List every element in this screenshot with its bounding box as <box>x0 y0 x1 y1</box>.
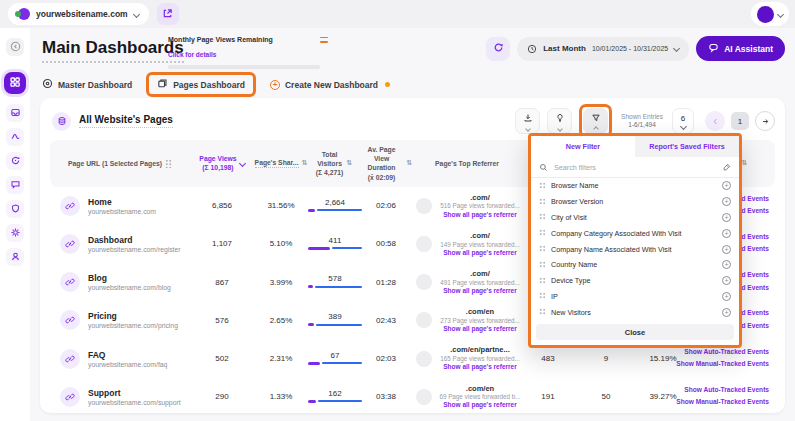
column-page-url[interactable]: Page URL (1 Selected Pages) <box>50 159 190 168</box>
export-button[interactable] <box>515 108 540 134</box>
add-filter-icon[interactable]: + <box>722 245 731 254</box>
column-total-visitors[interactable]: Total Visitors (Σ 4,271) ⇅ <box>308 150 360 178</box>
avatar <box>757 6 774 23</box>
total-visitors-value: 578 <box>308 274 362 288</box>
add-filter-icon[interactable]: + <box>722 292 731 301</box>
page-url: yourwebsitename.com/faq <box>88 361 167 368</box>
filter-tab-saved[interactable]: Report's Saved Filters <box>635 136 739 157</box>
add-filter-icon[interactable]: + <box>722 197 731 206</box>
referrer-show-all-link[interactable]: Show all page's referrer <box>438 211 522 219</box>
filter-item[interactable]: City of Visit + <box>531 210 739 226</box>
master-dashboard-icon <box>42 78 53 91</box>
column-top-referrer[interactable]: Page's Top Referrer <box>412 159 522 168</box>
drag-handle-icon[interactable] <box>539 308 545 316</box>
page-title: Main Dashboards <box>42 38 184 63</box>
ai-assistant-button[interactable]: AI Assistant <box>696 36 785 61</box>
page-name: Blog <box>88 273 171 283</box>
filter-item[interactable]: IP + <box>531 289 739 305</box>
show-manual-tracked-events-link[interactable]: Show Manual-Tracked Events <box>676 359 769 372</box>
referrer-show-all-link[interactable]: Show all page's referrer <box>438 401 522 409</box>
page-size-value: 6 <box>681 114 685 123</box>
person-icon <box>10 248 21 266</box>
sidebar-item-settings[interactable] <box>6 224 24 242</box>
column-page-share[interactable]: Page's Shar... ⇅ <box>254 158 308 168</box>
drag-handle-icon[interactable] <box>539 213 545 221</box>
filter-button[interactable] <box>583 108 608 134</box>
column-page-url-label: Page URL (1 Selected Pages) <box>68 159 162 168</box>
user-menu[interactable] <box>751 2 789 26</box>
filter-item-label: New Visitors <box>551 308 716 317</box>
table-row[interactable]: Support yourwebsitename.com/support 290 … <box>50 378 775 416</box>
drag-handle-icon[interactable] <box>539 292 545 300</box>
drag-handle-icon[interactable] <box>539 277 545 285</box>
filter-item[interactable]: Country Name + <box>531 257 739 273</box>
filter-item-label: City of Visit <box>551 213 716 222</box>
filter-close-button[interactable]: Close <box>536 324 734 340</box>
add-filter-icon[interactable]: + <box>722 276 731 285</box>
page-name: Support <box>88 388 181 398</box>
open-website-button[interactable] <box>157 3 179 25</box>
next-page-button[interactable] <box>755 111 775 131</box>
referrer-show-all-link[interactable]: Show all page's referrer <box>438 363 522 371</box>
filter-item[interactable]: Device Type + <box>531 273 739 289</box>
tab-pages-dashboard[interactable]: Pages Dashboard <box>157 78 245 91</box>
add-filter-icon[interactable]: + <box>722 308 731 317</box>
add-filter-icon[interactable]: + <box>722 181 731 190</box>
filter-item[interactable]: New Visitors + <box>531 304 739 320</box>
sidebar-item-account[interactable] <box>6 248 24 266</box>
filter-item[interactable]: Company Category Associated With Visit + <box>531 225 739 241</box>
tab-master-dashboard[interactable]: Master Dashboard <box>42 78 132 91</box>
add-filter-icon[interactable]: + <box>722 260 731 269</box>
sidebar-item-dashboards[interactable] <box>4 72 26 94</box>
funnel-icon <box>591 111 601 126</box>
quota-menu-icon[interactable] <box>320 37 328 43</box>
previous-page-button[interactable] <box>705 111 725 131</box>
referrer-show-all-link[interactable]: Show all page's referrer <box>438 325 522 333</box>
referrer-note: 69 Page views forwarded b... <box>438 393 522 401</box>
referrer-show-all-link[interactable]: Show all page's referrer <box>438 287 522 295</box>
referrer-show-all-link[interactable]: Show all page's referrer <box>438 249 522 257</box>
column-page-views[interactable]: Page Views (Σ 10,198) <box>190 154 254 172</box>
date-range-selector[interactable]: Last Month 10/01/2025 - 10/31/2025 <box>517 37 689 61</box>
referrer-note: 149 Page views forwarded... <box>438 241 522 249</box>
tab-create-new-dashboard[interactable]: + Create New Dashboard <box>270 80 390 90</box>
clear-filters-icon[interactable] <box>722 158 731 176</box>
drag-handle-icon[interactable] <box>539 261 545 269</box>
refresh-button[interactable] <box>486 37 510 61</box>
tab-pages-label: Pages Dashboard <box>173 80 245 90</box>
page-size-selector[interactable]: 6 <box>672 108 694 134</box>
filter-item[interactable]: Browser Name + <box>531 178 739 194</box>
add-filter-icon[interactable]: + <box>722 213 731 222</box>
column-avg-duration[interactable]: Av. Page View Duration (x̄ 02:09) ⇅ <box>360 145 412 182</box>
insights-button[interactable] <box>547 108 572 134</box>
quota-details-link[interactable]: Click for details <box>168 51 216 58</box>
show-auto-tracked-events-link[interactable]: Show Auto-Tracked Events <box>676 384 769 397</box>
filter-item[interactable]: Browser Version + <box>531 194 739 210</box>
drag-handle-icon[interactable] <box>539 198 545 206</box>
sidebar-item-sessions[interactable] <box>6 152 24 170</box>
drag-handle-icon[interactable] <box>165 159 172 168</box>
avg-duration-value: 02:06 <box>360 201 412 210</box>
page-number-button[interactable]: 1 <box>731 112 749 130</box>
referrer-domain: .com/en/partne... <box>438 345 522 355</box>
drag-handle-icon[interactable] <box>539 245 545 253</box>
add-filter-icon[interactable]: + <box>722 229 731 238</box>
drag-handle-icon[interactable] <box>539 182 545 190</box>
sidebar-item-statistics[interactable] <box>6 128 24 146</box>
sidebar-item-inbox[interactable] <box>6 104 24 122</box>
filter-search-input[interactable] <box>554 163 716 172</box>
sidebar-item-communication[interactable] <box>6 176 24 194</box>
website-selector[interactable]: yourwebsitename.com <box>8 3 149 25</box>
referrer-favicon <box>416 312 432 328</box>
sidebar-item-privacy[interactable] <box>6 200 24 218</box>
filter-tab-new[interactable]: New Filter <box>531 136 635 157</box>
filter-item[interactable]: Company Name Associated With Visit + <box>531 241 739 257</box>
visitors-mini-bar <box>308 323 362 326</box>
show-manual-tracked-events-link[interactable]: Show Manual-Tracked Events <box>676 397 769 410</box>
sidebar-toggle-button[interactable] <box>6 38 24 56</box>
referrer-note: 273 Page views forwarded... <box>438 317 522 325</box>
chat-bubble-icon <box>10 176 21 194</box>
drag-handle-icon[interactable] <box>539 229 545 237</box>
table-title: All Website's Pages <box>79 114 173 128</box>
page-name: Dashboard <box>88 235 181 245</box>
